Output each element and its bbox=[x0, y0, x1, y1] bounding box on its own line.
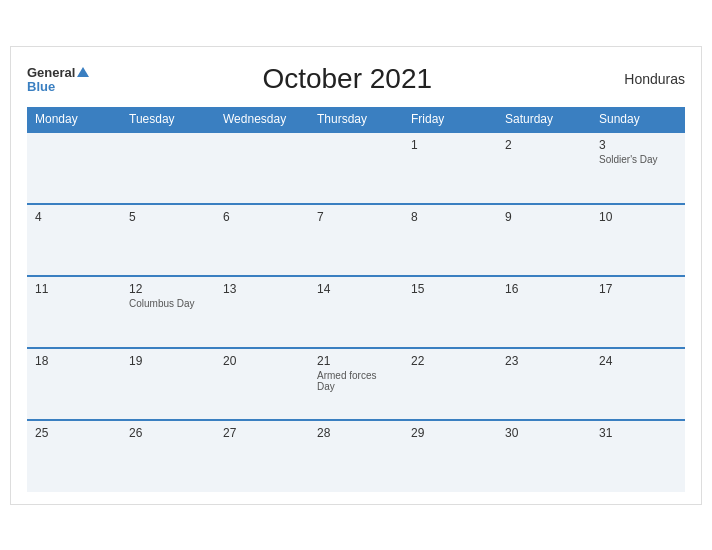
day-number: 19 bbox=[129, 354, 207, 368]
weekday-header-monday: Monday bbox=[27, 107, 121, 132]
day-cell: 21Armed forces Day bbox=[309, 348, 403, 420]
day-cell: 31 bbox=[591, 420, 685, 492]
day-number: 13 bbox=[223, 282, 301, 296]
calendar-country: Honduras bbox=[605, 71, 685, 87]
day-number: 26 bbox=[129, 426, 207, 440]
day-cell: 24 bbox=[591, 348, 685, 420]
day-cell: 20 bbox=[215, 348, 309, 420]
day-number: 20 bbox=[223, 354, 301, 368]
day-number: 18 bbox=[35, 354, 113, 368]
day-holiday: Armed forces Day bbox=[317, 370, 395, 392]
calendar-table: MondayTuesdayWednesdayThursdayFridaySatu… bbox=[27, 107, 685, 492]
week-row-5: 25262728293031 bbox=[27, 420, 685, 492]
day-cell: 27 bbox=[215, 420, 309, 492]
day-cell: 26 bbox=[121, 420, 215, 492]
day-cell: 25 bbox=[27, 420, 121, 492]
day-number: 2 bbox=[505, 138, 583, 152]
day-number: 22 bbox=[411, 354, 489, 368]
day-cell: 29 bbox=[403, 420, 497, 492]
day-cell: 11 bbox=[27, 276, 121, 348]
day-number: 12 bbox=[129, 282, 207, 296]
day-cell: 7 bbox=[309, 204, 403, 276]
day-cell bbox=[215, 132, 309, 204]
day-number: 21 bbox=[317, 354, 395, 368]
day-cell: 3Soldier's Day bbox=[591, 132, 685, 204]
day-cell: 5 bbox=[121, 204, 215, 276]
day-number: 6 bbox=[223, 210, 301, 224]
day-cell: 18 bbox=[27, 348, 121, 420]
day-number: 7 bbox=[317, 210, 395, 224]
day-number: 1 bbox=[411, 138, 489, 152]
day-number: 25 bbox=[35, 426, 113, 440]
day-cell: 19 bbox=[121, 348, 215, 420]
day-cell bbox=[121, 132, 215, 204]
weekday-header-wednesday: Wednesday bbox=[215, 107, 309, 132]
day-cell bbox=[27, 132, 121, 204]
weekday-header-saturday: Saturday bbox=[497, 107, 591, 132]
day-number: 11 bbox=[35, 282, 113, 296]
weekday-header-row: MondayTuesdayWednesdayThursdayFridaySatu… bbox=[27, 107, 685, 132]
day-number: 30 bbox=[505, 426, 583, 440]
day-cell: 2 bbox=[497, 132, 591, 204]
weekday-header-tuesday: Tuesday bbox=[121, 107, 215, 132]
day-holiday: Soldier's Day bbox=[599, 154, 677, 165]
day-cell: 9 bbox=[497, 204, 591, 276]
day-number: 5 bbox=[129, 210, 207, 224]
day-number: 14 bbox=[317, 282, 395, 296]
day-cell: 10 bbox=[591, 204, 685, 276]
week-row-2: 45678910 bbox=[27, 204, 685, 276]
weekday-header-friday: Friday bbox=[403, 107, 497, 132]
week-row-3: 1112Columbus Day1314151617 bbox=[27, 276, 685, 348]
weekday-header-thursday: Thursday bbox=[309, 107, 403, 132]
logo-area: General Blue bbox=[27, 63, 89, 95]
day-cell: 17 bbox=[591, 276, 685, 348]
day-number: 31 bbox=[599, 426, 677, 440]
day-cell: 23 bbox=[497, 348, 591, 420]
calendar-header: General Blue October 2021 Honduras bbox=[27, 63, 685, 95]
day-cell: 1 bbox=[403, 132, 497, 204]
day-cell: 4 bbox=[27, 204, 121, 276]
day-holiday: Columbus Day bbox=[129, 298, 207, 309]
day-cell: 8 bbox=[403, 204, 497, 276]
weekday-header-sunday: Sunday bbox=[591, 107, 685, 132]
day-cell: 6 bbox=[215, 204, 309, 276]
day-number: 15 bbox=[411, 282, 489, 296]
day-number: 27 bbox=[223, 426, 301, 440]
calendar-container: General Blue October 2021 Honduras Monda… bbox=[10, 46, 702, 505]
week-row-1: 123Soldier's Day bbox=[27, 132, 685, 204]
day-cell: 14 bbox=[309, 276, 403, 348]
day-number: 16 bbox=[505, 282, 583, 296]
day-number: 8 bbox=[411, 210, 489, 224]
logo-triangle-icon bbox=[77, 67, 89, 77]
day-cell: 22 bbox=[403, 348, 497, 420]
day-number: 23 bbox=[505, 354, 583, 368]
day-number: 17 bbox=[599, 282, 677, 296]
day-cell: 28 bbox=[309, 420, 403, 492]
day-cell: 12Columbus Day bbox=[121, 276, 215, 348]
logo-blue: Blue bbox=[27, 80, 89, 94]
day-cell: 15 bbox=[403, 276, 497, 348]
day-number: 29 bbox=[411, 426, 489, 440]
day-cell bbox=[309, 132, 403, 204]
day-cell: 13 bbox=[215, 276, 309, 348]
logo-general: General bbox=[27, 63, 89, 81]
day-cell: 16 bbox=[497, 276, 591, 348]
day-number: 10 bbox=[599, 210, 677, 224]
day-number: 24 bbox=[599, 354, 677, 368]
week-row-4: 18192021Armed forces Day222324 bbox=[27, 348, 685, 420]
calendar-title: October 2021 bbox=[89, 63, 605, 95]
day-number: 28 bbox=[317, 426, 395, 440]
day-number: 9 bbox=[505, 210, 583, 224]
day-cell: 30 bbox=[497, 420, 591, 492]
day-number: 4 bbox=[35, 210, 113, 224]
day-number: 3 bbox=[599, 138, 677, 152]
